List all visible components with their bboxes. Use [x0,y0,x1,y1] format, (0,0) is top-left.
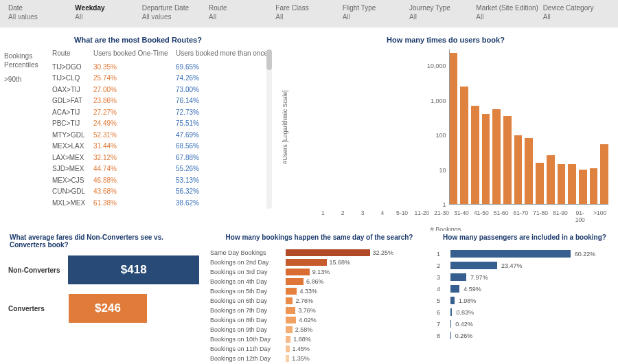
filter-market-site-edition-[interactable]: Market (Site Edition)All [476,4,542,21]
day-bar[interactable]: Bookings on 11th Day1.45% [210,344,428,354]
table-header: Route Users booked One-Time Users booked… [52,49,272,57]
table-row[interactable]: OAX>TIJ27.00%73.00% [52,84,272,95]
bar[interactable] [514,135,523,205]
day-bar[interactable]: Bookings on 2nd Day15.68% [210,258,428,267]
scrollbar-thumb[interactable] [266,49,272,70]
passenger-bar[interactable]: 51.98% [437,295,613,306]
filter-bar: DateAll valuesWeekdayAllDeparture DateAl… [0,0,618,27]
day-bar[interactable]: Bookings on 6th Day2.76% [210,296,428,306]
panel-title: What average fares did Non-Converters se… [8,231,199,255]
day-bar[interactable]: Bookings on 3rd Day9.13% [210,267,428,277]
passenger-bar[interactable]: 44.59% [437,283,613,295]
scrollbar[interactable] [266,49,272,209]
panel-avg-fares: What average fares did Non-Converters se… [4,231,203,363]
passenger-bar[interactable]: 223.47% [437,260,613,271]
filter-route[interactable]: RouteAll [209,4,275,21]
bar[interactable] [525,138,533,204]
y-axis-label: #Users [Logarithmic Scale] [280,49,290,205]
bar[interactable] [568,164,576,204]
panel-title: How many bookings happen the same day of… [210,231,428,248]
bar[interactable] [471,106,479,204]
panel-same-day: How many bookings happen the same day of… [209,231,430,363]
panel-title: How many times do users book? [277,33,614,49]
panel-title: How many passengers are included in a bo… [437,231,613,248]
filter-flight-type[interactable]: Flight TypeAll [343,4,409,21]
panel-title: What are the most Booked Routes? [4,33,272,49]
passenger-bar[interactable]: 160.22% [437,248,613,260]
table-row[interactable]: ACA>TIJ27.27%72.73% [52,106,272,118]
panel-booking-frequency: How many times do users book? #Users [Lo… [277,33,614,225]
table-row[interactable]: TIJ>CLQ25.74%74.26% [52,73,272,84]
bar[interactable] [482,114,490,204]
passenger-bar[interactable]: 70.42% [437,318,613,330]
bar[interactable] [450,53,458,204]
panel-booked-routes: What are the most Booked Routes? Booking… [4,33,272,225]
panel-passengers: How many passengers are included in a bo… [435,231,614,363]
passenger-bar[interactable]: 60.83% [437,306,613,318]
bar[interactable] [503,116,512,204]
filter-weekday[interactable]: WeekdayAll [75,4,141,21]
x-axis-ticks: 12345-1011-2021-3031-4041-5051-6061-7071… [277,209,614,223]
day-bar[interactable]: Bookings on 7th Day3.76% [210,306,428,315]
fare-bar[interactable]: Non-Converters$418 [8,255,199,284]
filter-date[interactable]: DateAll values [8,4,75,21]
bar[interactable] [536,163,544,205]
table-row[interactable]: LAX>MEX32.12%67.88% [52,152,272,163]
table-row[interactable]: MEX>LAX31.44%68.56% [52,141,272,152]
day-bar[interactable]: Bookings on 10th Day1.88% [210,334,428,344]
y-axis-ticks: 1101001,00010,000 [290,49,449,205]
day-bar[interactable]: Same Day Bookings32.25% [210,248,428,258]
bar-chart[interactable] [449,49,609,205]
day-bar[interactable]: Bookings on 12th Day1.35% [210,354,428,363]
bar[interactable] [558,164,566,204]
table-row[interactable]: TIJ>DGO30.35%69.65% [52,61,272,73]
day-bar[interactable]: Bookings on 5th Day4.33% [210,286,428,296]
table-row[interactable]: GDL>FAT23.86%76.14% [52,95,272,107]
filter-journey-type[interactable]: Journey TypeAll [409,4,476,21]
passenger-bar[interactable]: 37.97% [437,271,613,283]
filter-fare-class[interactable]: Fare ClassAll [275,4,342,21]
table-row[interactable]: MTY>GDL52.31%47.69% [52,129,272,141]
bar[interactable] [460,87,468,204]
table-row[interactable]: CUN>GDL43.68%56.32% [52,186,272,198]
day-bar[interactable]: Bookings on 4th Day6.86% [210,277,428,286]
bar[interactable] [579,170,587,204]
percentile-sidebar: Bookings Percentiles >90th [4,49,52,209]
percentile-value: >90th [4,76,52,83]
fare-bar[interactable]: Converters$246 [8,294,199,323]
table-row[interactable]: MXL>MEX61.38%38.62% [52,197,272,209]
filter-departure-date[interactable]: Departure DateAll values [142,4,209,21]
table-row[interactable]: SJD>MEX44.74%55.26% [52,163,272,175]
bar[interactable] [600,144,608,204]
day-bar[interactable]: Bookings on 8th Day4.02% [210,315,428,325]
passenger-bar[interactable]: 80.26% [437,330,613,341]
bar[interactable] [492,109,501,204]
bar[interactable] [547,155,555,204]
table-row[interactable]: MEX>CJS46.88%53.13% [52,174,272,186]
table-row[interactable]: PBC>TIJ24.49%75.51% [52,118,272,130]
day-bar[interactable]: Bookings on 9th Day2.58% [210,325,428,334]
filter-device-category[interactable]: Device CategoryAll [543,4,610,21]
bar[interactable] [590,168,598,204]
